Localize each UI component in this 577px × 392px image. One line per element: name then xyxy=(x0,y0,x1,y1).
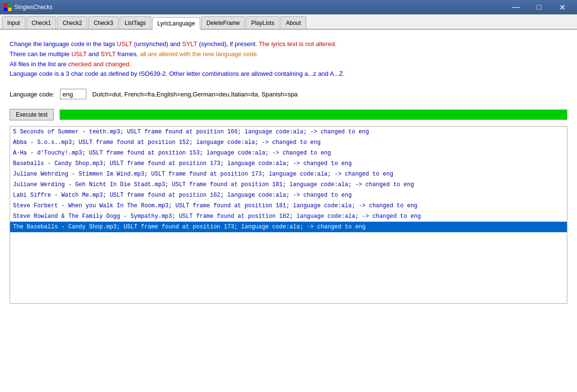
result-item[interactable]: A-Ha - d'Touchy!.mp3; USLT frame found a… xyxy=(10,148,567,158)
maximize-button[interactable]: □ xyxy=(528,0,550,14)
language-input[interactable] xyxy=(60,89,86,99)
info-section: Change the language code in the tags USL… xyxy=(10,39,567,79)
progress-bar-container xyxy=(60,109,567,120)
info-line-4: Language code is a 3 char code as define… xyxy=(10,69,567,79)
language-row: Language code: Dutch=dut, French=fra,Eng… xyxy=(10,89,567,99)
tab-check3[interactable]: Check3 xyxy=(88,16,119,29)
info-line3-prefix: All files in the list are xyxy=(10,60,68,68)
svg-rect-0 xyxy=(4,3,7,7)
info-line-3: All files in the list are checked and ch… xyxy=(10,59,567,70)
svg-rect-2 xyxy=(4,8,7,11)
svg-rect-1 xyxy=(8,3,12,7)
info-line2-sylt: SYLT xyxy=(101,50,116,58)
result-item[interactable]: Steve Forbert - When you Walk In The Roo… xyxy=(10,201,567,211)
svg-rect-3 xyxy=(8,8,12,11)
progress-bar-fill xyxy=(60,110,567,119)
info-line1-sylt: SYLT xyxy=(182,40,197,48)
tab-input[interactable]: Input xyxy=(2,16,25,29)
info-line3-highlight: checked and changed. xyxy=(68,60,131,68)
tab-deleteframe[interactable]: DeleteFrame xyxy=(201,16,245,29)
language-hint: Dutch=dut, French=fra,English=eng,German… xyxy=(92,91,298,98)
execute-row: Execute test xyxy=(10,109,567,120)
results-list[interactable]: 5 Seconds of Summer - teeth.mp3; USLT fr… xyxy=(10,126,567,304)
tab-lyriclanguage[interactable]: LyricLanguage xyxy=(152,17,200,30)
result-item[interactable]: Juliane Wehrding - Stimmen Im Wind.mp3; … xyxy=(10,169,567,179)
minimize-button[interactable]: — xyxy=(505,0,527,14)
info-line-2: There can be multiple USLT and SYLT fram… xyxy=(10,49,567,59)
info-line1-note: The lyrics text is not altered. xyxy=(259,40,337,48)
result-item[interactable]: Abba - S.o.s..mp3; USLT frame found at p… xyxy=(10,137,567,148)
tab-listtags[interactable]: ListTags xyxy=(120,16,151,29)
window-title: SinglesChecks xyxy=(14,4,505,11)
info-line-1: Change the language code in the tags USL… xyxy=(10,39,567,49)
info-line2-note: all are altered with the new language co… xyxy=(140,50,258,58)
result-item[interactable]: Baseballs - Candy Shop.mp3; USLT frame f… xyxy=(10,158,567,169)
info-line4: Language code is a 3 char code as define… xyxy=(10,70,345,77)
result-item[interactable]: Steve Rowland & The Family Dogg - Sympat… xyxy=(10,211,567,222)
info-line1-suffix: (synched), if present. xyxy=(197,40,259,48)
info-line1-middle: (unsynched) and xyxy=(132,40,182,48)
tab-check1[interactable]: Check1 xyxy=(26,16,57,29)
tab-bar: Input Check1 Check2 Check3 ListTags Lyri… xyxy=(0,14,577,30)
app-icon xyxy=(4,3,12,11)
tab-check2[interactable]: Check2 xyxy=(57,16,87,29)
info-line2-middle: and xyxy=(87,50,101,58)
close-button[interactable]: ✕ xyxy=(551,0,573,14)
language-label: Language code: xyxy=(10,91,54,98)
tab-about[interactable]: About xyxy=(280,16,306,29)
result-item[interactable]: Labi Siffre - Watch Me.mp3; USLT frame f… xyxy=(10,190,567,201)
tab-playlists[interactable]: PlayLists xyxy=(246,16,279,29)
execute-button[interactable]: Execute test xyxy=(10,109,54,120)
result-item[interactable]: Juliane Werding - Geh Nicht In Die Stadt… xyxy=(10,179,567,190)
title-bar: SinglesChecks — □ ✕ xyxy=(0,0,577,14)
info-line2-suffix: frames, xyxy=(116,50,140,58)
info-line1-prefix: Change the language code in the tags xyxy=(10,40,117,48)
info-line2-prefix: There can be multiple xyxy=(10,50,72,58)
window-controls: — □ ✕ xyxy=(505,0,573,14)
info-line1-uslt: USLT xyxy=(117,40,132,48)
main-content: Change the language code in the tags USL… xyxy=(0,30,577,392)
info-line2-uslt: USLT xyxy=(72,50,87,58)
result-item[interactable]: 5 Seconds of Summer - teeth.mp3; USLT fr… xyxy=(10,127,567,137)
result-item[interactable]: The Baseballs - Candy Shop.mp3; USLT fra… xyxy=(10,222,567,232)
